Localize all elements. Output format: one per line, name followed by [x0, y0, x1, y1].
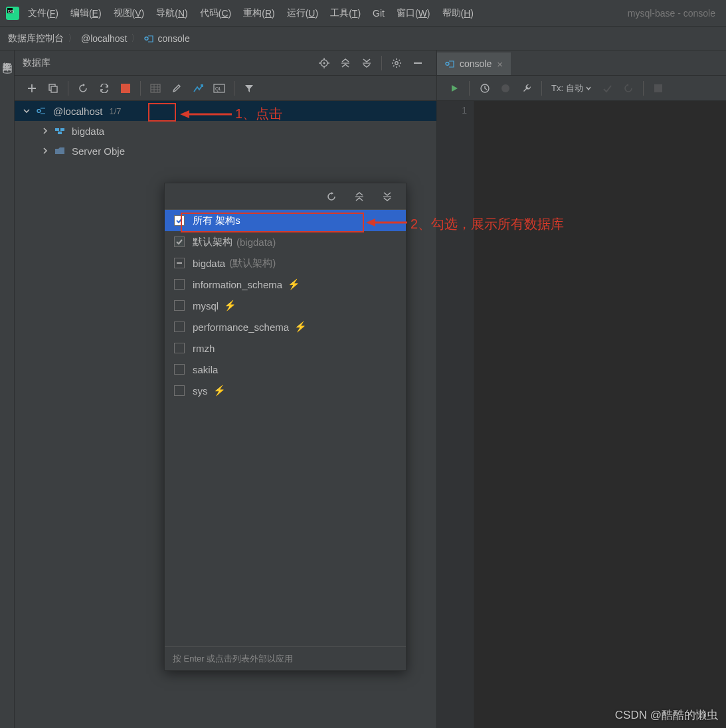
chevron-right-icon: [40, 128, 50, 134]
menu-refactor[interactable]: 重构(R): [243, 7, 274, 19]
stop-icon[interactable]: [650, 80, 666, 96]
checkbox-icon[interactable]: [174, 300, 185, 311]
menu-navigate[interactable]: 导航(N): [156, 7, 187, 19]
menu-file[interactable]: 文件(F): [28, 7, 58, 19]
popup-item-label: information_schema: [193, 279, 282, 290]
popup-item-information-schema[interactable]: information_schema ⚡: [165, 274, 406, 295]
schema-icon: [53, 127, 66, 135]
tree-node-bigdata[interactable]: bigdata: [15, 121, 436, 141]
svg-rect-9: [414, 62, 422, 64]
stop-icon[interactable]: [118, 80, 134, 96]
sync-icon[interactable]: [96, 80, 112, 96]
popup-item-mysql[interactable]: mysql ⚡: [165, 295, 406, 316]
lightning-icon: ⚡: [288, 278, 300, 290]
schema-count-badge[interactable]: 1/7: [109, 106, 121, 116]
collapse-all-icon[interactable]: [359, 55, 375, 71]
line-number: 1: [437, 105, 467, 116]
editor-tabbar: console ×: [437, 50, 726, 76]
wrench-icon[interactable]: [519, 80, 535, 96]
edit-icon[interactable]: [169, 80, 185, 96]
popup-item-label: bigdata: [193, 258, 225, 269]
editor-area: 1: [437, 101, 726, 728]
svg-rect-7: [363, 62, 371, 63]
copy-icon[interactable]: [45, 80, 61, 96]
checkbox-icon[interactable]: [174, 215, 185, 226]
close-icon[interactable]: ×: [497, 58, 503, 70]
popup-item-sys[interactable]: sys ⚡: [165, 380, 406, 401]
target-icon[interactable]: [316, 55, 332, 71]
popup-item-bigdata[interactable]: bigdata (默认架构): [165, 252, 406, 274]
menu-view[interactable]: 视图(V): [114, 7, 145, 19]
gear-icon[interactable]: [389, 55, 405, 71]
checkbox-icon[interactable]: [174, 279, 185, 290]
tab-console[interactable]: console ×: [437, 52, 511, 75]
checkbox-icon[interactable]: [174, 321, 185, 332]
expand-icon[interactable]: [351, 189, 367, 205]
checkbox-partial-icon[interactable]: [174, 258, 185, 268]
refresh-icon[interactable]: [323, 189, 339, 205]
database-toolbar: QL: [15, 76, 436, 101]
checkbox-icon[interactable]: [174, 236, 185, 247]
left-gutter: 数据库: [0, 50, 15, 728]
svg-rect-17: [58, 132, 62, 134]
filter-icon[interactable]: [241, 80, 257, 96]
expand-all-icon[interactable]: [337, 55, 353, 71]
table-icon[interactable]: [147, 80, 163, 96]
checkbox-icon[interactable]: [174, 364, 185, 375]
svg-text:DG: DG: [8, 9, 14, 13]
tree-node-label: bigdata: [72, 126, 104, 137]
chevron-right-icon: [40, 147, 50, 154]
refresh-icon[interactable]: [75, 80, 91, 96]
editor-toolbar: Tx: 自动: [437, 76, 726, 101]
popup-item-label: performance_schema: [193, 321, 289, 333]
svg-point-8: [395, 61, 398, 64]
checkbox-icon[interactable]: [174, 385, 185, 396]
checkbox-icon[interactable]: [174, 343, 185, 353]
tx-mode-picker[interactable]: Tx: 自动: [551, 82, 591, 94]
menu-window[interactable]: 窗口(W): [397, 7, 430, 19]
add-icon[interactable]: [24, 80, 40, 96]
svg-rect-23: [654, 84, 662, 92]
schema-popup: 所有 架构s 默认架构 (bigdata) bigdata (默认架构) inf…: [164, 183, 407, 671]
menu-git[interactable]: Git: [373, 8, 385, 19]
popup-item-rmzh[interactable]: rmzh: [165, 337, 406, 359]
breadcrumb-console[interactable]: console: [157, 33, 189, 44]
editor-panel: console × Tx: 自动 1: [437, 50, 726, 728]
jump-to-icon[interactable]: [190, 80, 206, 96]
menu-code[interactable]: 代码(C): [200, 7, 231, 19]
chevron-right-icon: 〉: [68, 33, 77, 45]
circle-icon[interactable]: [498, 80, 513, 96]
popup-item-sakila[interactable]: sakila: [165, 359, 406, 380]
tree-node-server-objects[interactable]: Server Obje: [15, 141, 436, 161]
separator: [140, 81, 141, 96]
breadcrumb-host[interactable]: @localhost: [81, 33, 127, 44]
popup-item-default-schema[interactable]: 默认架构 (bigdata): [165, 231, 406, 252]
breadcrumb-root[interactable]: 数据库控制台: [8, 33, 64, 45]
menu-run[interactable]: 运行(U): [287, 7, 318, 19]
rollback-icon[interactable]: [620, 80, 636, 96]
database-panel-header: 数据库: [15, 50, 436, 76]
tree-node-label: @localhost: [53, 106, 102, 117]
query-console-icon[interactable]: QL: [211, 80, 227, 96]
svg-point-3: [3, 64, 11, 68]
svg-rect-20: [383, 196, 391, 197]
run-icon[interactable]: [446, 80, 462, 96]
commit-icon[interactable]: [599, 80, 615, 96]
lightning-icon: ⚡: [213, 385, 226, 397]
console-icon: [445, 59, 454, 68]
separator: [643, 81, 644, 96]
tree-node-localhost[interactable]: @localhost 1/7: [15, 101, 436, 121]
code-editor[interactable]: [474, 101, 726, 728]
popup-item-label: rmzh: [193, 343, 215, 354]
menu-help[interactable]: 帮助(H): [442, 7, 474, 19]
svg-point-22: [501, 84, 509, 92]
menu-tools[interactable]: 工具(T): [330, 7, 361, 19]
popup-footer: 按 Enter 或点击列表外部以应用: [165, 646, 406, 670]
history-icon[interactable]: [476, 80, 492, 96]
menu-edit[interactable]: 编辑(E): [70, 7, 102, 19]
minimize-icon[interactable]: [410, 55, 426, 71]
collapse-icon[interactable]: [379, 189, 395, 205]
popup-item-all-schemas[interactable]: 所有 架构s: [165, 210, 406, 231]
popup-item-performance-schema[interactable]: performance_schema ⚡: [165, 316, 406, 337]
svg-rect-19: [355, 196, 363, 197]
